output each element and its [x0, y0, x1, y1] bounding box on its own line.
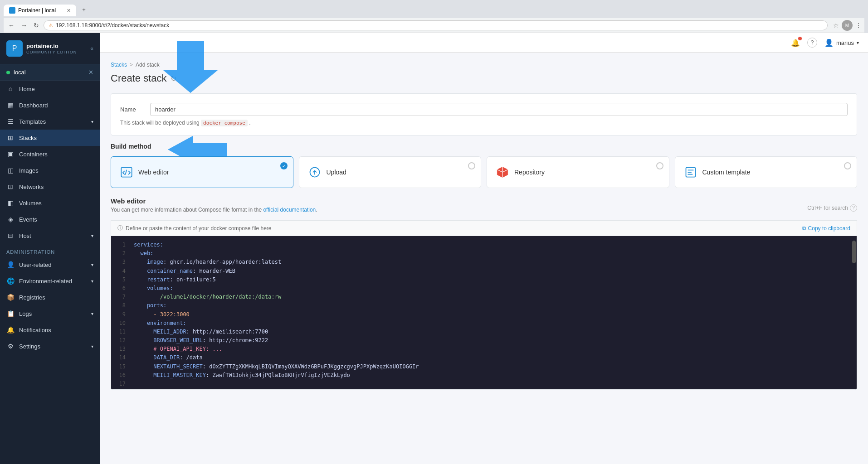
copy-to-clipboard-button[interactable]: ⧉ Copy to clipboard: [802, 225, 850, 232]
web-editor-radio[interactable]: [280, 162, 288, 169]
sidebar-item-label-notifications: Notifications: [19, 327, 51, 334]
new-tab-button[interactable]: +: [77, 3, 91, 16]
sidebar-item-label-containers: Containers: [19, 151, 48, 158]
sidebar-item-label-dashboard: Dashboard: [19, 102, 48, 109]
browser-toolbar: ← → ↻ ⚠ 192.168.1.18:9000/#/2/docker/sta…: [4, 18, 864, 33]
svg-marker-0: [163, 53, 218, 93]
sidebar-item-notifications[interactable]: 🔔 Notifications: [0, 322, 100, 338]
sidebar-item-user-related[interactable]: 👤 User-related ▾: [0, 256, 100, 273]
user-related-icon: 👤: [6, 261, 15, 268]
repository-label: Repository: [514, 169, 545, 176]
sidebar-item-settings[interactable]: ⚙ Settings ▾: [0, 338, 100, 354]
custom-template-icon: [684, 166, 697, 179]
sidebar-item-volumes[interactable]: ◧ Volumes: [0, 195, 100, 211]
refresh-icon[interactable]: ↻: [171, 74, 176, 83]
user-menu-chevron-icon: ▾: [857, 40, 859, 45]
sidebar-env-section: local ✕: [0, 64, 100, 81]
registries-icon: 📦: [6, 294, 15, 301]
sidebar-item-label-networks: Networks: [19, 184, 44, 190]
sidebar-item-label-images: Images: [19, 167, 39, 174]
upload-icon: [308, 166, 321, 179]
help-icon[interactable]: ?: [807, 38, 817, 48]
user-menu[interactable]: 👤 marius ▾: [824, 39, 859, 47]
name-input[interactable]: [150, 103, 848, 116]
web-editor-icon: [120, 166, 133, 179]
editor-scrollbar-thumb[interactable]: [852, 241, 856, 263]
sidebar-logo-text: portainer.io: [26, 43, 77, 50]
user-profile-icon: 👤: [824, 39, 834, 47]
settings-icon: ⚙: [6, 343, 15, 350]
host-chevron-down-icon: ▾: [91, 233, 93, 238]
sidebar-item-home[interactable]: ⌂ Home: [0, 81, 100, 97]
editor-section-hint: You can get more information about Compo…: [111, 207, 317, 213]
sidebar-item-images[interactable]: ◫ Images: [0, 162, 100, 179]
sidebar-logo: P portainer.io COMMUNITY EDITION: [6, 40, 77, 57]
form-hint: This stack will be deployed using docker…: [120, 120, 848, 126]
chevron-down-icon: ▾: [91, 119, 93, 124]
sidebar-item-logs[interactable]: 📋 Logs ▾: [0, 305, 100, 322]
sidebar-item-dashboard[interactable]: ▦ Dashboard: [0, 97, 100, 113]
code-editor[interactable]: 1234567891011121314151617181920 services…: [111, 236, 857, 390]
browser-menu-icon[interactable]: ⋮: [855, 22, 862, 29]
code-content[interactable]: services: web: image: ghcr.io/hoarder-ap…: [129, 236, 851, 389]
notifications-icon: 🔔: [6, 326, 15, 334]
stacks-icon: ⊞: [6, 134, 15, 141]
browser-tabs: Portainer | local ✕ +: [4, 3, 864, 16]
address-bar[interactable]: ⚠ 192.168.1.18:9000/#/2/docker/stacks/ne…: [44, 20, 828, 30]
build-card-web-editor[interactable]: Web editor: [111, 156, 293, 188]
editor-section-title: Web editor: [111, 197, 317, 205]
name-form-section: Name This stack will be deployed using d…: [111, 93, 857, 135]
build-card-upload[interactable]: Upload: [299, 156, 482, 188]
sidebar-env-close-button[interactable]: ✕: [88, 69, 93, 76]
bookmark-icon[interactable]: ☆: [833, 22, 839, 29]
sidebar-collapse-button[interactable]: «: [90, 45, 93, 52]
upload-radio[interactable]: [468, 162, 475, 169]
top-bar-actions: 🔔 ? 👤 marius ▾: [791, 38, 859, 48]
logs-icon: 📋: [6, 310, 15, 317]
portainer-logo-icon: P: [6, 40, 23, 57]
sidebar-item-label-events: Events: [19, 216, 37, 223]
sidebar-item-templates[interactable]: ☰ Templates ▾: [0, 113, 100, 130]
back-button[interactable]: ←: [6, 21, 16, 30]
sidebar-item-registries[interactable]: 📦 Registries: [0, 289, 100, 305]
sidebar-item-networks[interactable]: ⊡ Networks: [0, 179, 100, 195]
build-card-custom-template[interactable]: Custom template: [675, 156, 858, 188]
sidebar-item-stacks[interactable]: ⊞ Stacks: [0, 130, 100, 146]
page-title: Create stack ↻: [111, 72, 857, 84]
browser-chrome: Portainer | local ✕ + ← → ↻ ⚠ 192.168.1.…: [0, 0, 868, 33]
docker-compose-code: docker compose: [201, 120, 248, 126]
help-circle-icon: ?: [850, 204, 857, 212]
main-content: 🔔 ? 👤 marius ▾ Stacks > Add stack Create…: [100, 33, 868, 464]
sidebar-item-environment-related[interactable]: 🌐 Environment-related ▾: [0, 273, 100, 289]
sidebar-item-label-volumes: Volumes: [19, 200, 42, 207]
events-icon: ◈: [6, 216, 15, 223]
sidebar-item-host[interactable]: ⊟ Host ▾: [0, 227, 100, 244]
breadcrumb-current: Add stack: [136, 62, 160, 68]
browser-tab-active[interactable]: Portainer | local ✕: [4, 5, 76, 16]
editor-scrollbar[interactable]: [851, 236, 857, 389]
security-icon: ⚠: [49, 23, 53, 29]
build-card-repository[interactable]: Repository: [487, 156, 669, 188]
sidebar-item-label-settings: Settings: [19, 343, 40, 350]
dashboard-icon: ▦: [6, 102, 15, 109]
sidebar-item-label-templates: Templates: [19, 118, 46, 125]
info-icon: ⓘ: [117, 224, 123, 232]
browser-profile-avatar[interactable]: M: [842, 20, 853, 31]
forward-button[interactable]: →: [19, 21, 29, 30]
notification-badge[interactable]: 🔔: [791, 39, 800, 47]
repository-radio[interactable]: [656, 162, 663, 169]
upload-label: Upload: [327, 169, 346, 176]
sidebar-item-label-environment-related: Environment-related: [19, 278, 72, 285]
official-docs-link[interactable]: official documentation: [263, 207, 316, 213]
editor-toolbar: Web editor You can get more information …: [111, 197, 857, 218]
containers-icon: ▣: [6, 150, 15, 158]
tab-close-button[interactable]: ✕: [67, 8, 71, 14]
sidebar-item-events[interactable]: ◈ Events: [0, 211, 100, 227]
reload-button[interactable]: ↻: [32, 21, 41, 30]
breadcrumb-stacks-link[interactable]: Stacks: [111, 62, 127, 68]
sidebar-item-containers[interactable]: ▣ Containers: [0, 146, 100, 162]
environment-related-icon: 🌐: [6, 277, 15, 285]
custom-template-radio[interactable]: [844, 162, 851, 169]
ctrl-f-hint: Ctrl+F for search ?: [807, 204, 857, 212]
settings-chevron-icon: ▾: [91, 344, 93, 349]
